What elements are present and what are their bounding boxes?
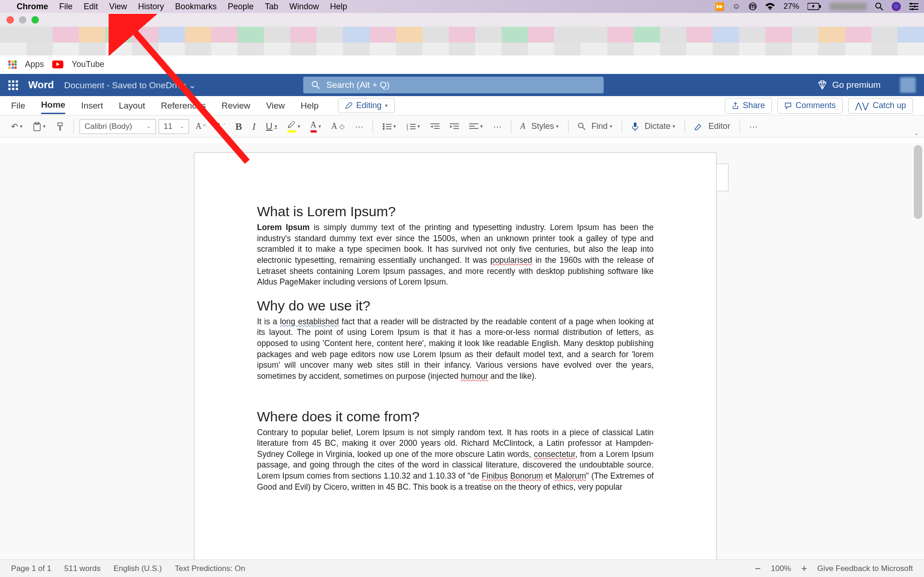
tab-insert[interactable]: Insert xyxy=(81,98,103,114)
zoom-level[interactable]: 100% xyxy=(771,564,791,573)
app-title[interactable]: Word xyxy=(28,79,54,91)
paragraph-2[interactable]: It is a long established fact that a rea… xyxy=(257,316,654,382)
styles-label: Styles xyxy=(532,121,554,131)
grow-font-button[interactable]: A^ xyxy=(192,120,209,133)
underline-button[interactable]: U▾ xyxy=(262,119,281,134)
menu-view[interactable]: View xyxy=(109,2,127,12)
close-window-icon[interactable] xyxy=(6,16,14,24)
account-avatar[interactable] xyxy=(900,77,916,93)
bold-button[interactable]: B xyxy=(232,119,246,134)
page-content[interactable]: What is Lorem Ipsum? Lorem Ipsum is simp… xyxy=(195,153,716,492)
status-page[interactable]: Page 1 of 1 xyxy=(11,564,51,573)
ribbon-collapse-button[interactable]: ⌄ xyxy=(911,128,922,138)
share-button[interactable]: Share xyxy=(725,98,772,114)
menu-window[interactable]: Window xyxy=(289,2,319,12)
search-input[interactable]: Search (Alt + Q) xyxy=(303,77,604,93)
browser-tab-strip[interactable] xyxy=(0,27,924,43)
heading-1[interactable]: What is Lorem Ipsum? xyxy=(257,204,654,219)
vertical-scrollbar[interactable] xyxy=(914,145,922,219)
shield-icon[interactable]: ⓜ xyxy=(749,1,757,12)
catch-up-button[interactable]: ⋀⋁Catch up xyxy=(848,98,913,114)
tab-review[interactable]: Review xyxy=(221,98,250,114)
menu-file[interactable]: File xyxy=(59,2,73,12)
minimize-window-icon[interactable] xyxy=(19,16,26,24)
p3-sq3: Bonorum xyxy=(510,471,543,480)
tab-layout[interactable]: Layout xyxy=(119,98,145,114)
font-size-select[interactable]: 11⌄ xyxy=(159,119,189,134)
editing-mode-button[interactable]: Editing ▾ xyxy=(338,98,395,113)
p2-b: fact that a reader will be distracted by… xyxy=(257,317,654,381)
tab-home[interactable]: Home xyxy=(41,97,66,114)
document-canvas[interactable]: What is Lorem Ipsum? Lorem Ipsum is simp… xyxy=(0,143,924,559)
menu-edit[interactable]: Edit xyxy=(84,2,98,12)
decrease-indent-button[interactable] xyxy=(427,121,443,132)
bullets-button[interactable]: ▾ xyxy=(379,121,400,132)
menu-people[interactable]: People xyxy=(228,2,254,12)
heading-3[interactable]: Where does it come from? xyxy=(257,409,654,425)
feedback-link[interactable]: Give Feedback to Microsoft xyxy=(817,564,913,573)
go-premium-button[interactable]: Go premium xyxy=(817,80,881,90)
paragraph-3[interactable]: Contrary to popular belief, Lorem Ipsum … xyxy=(257,427,654,493)
menu-app[interactable]: Chrome xyxy=(17,2,48,12)
styles-button[interactable]: A Styles▾ xyxy=(517,120,563,133)
word-header: Word Document - Saved to OneDrive ⌄ Sear… xyxy=(0,74,924,96)
increase-indent-button[interactable] xyxy=(446,121,463,132)
tab-help[interactable]: Help xyxy=(300,98,318,114)
menu-tab[interactable]: Tab xyxy=(265,2,278,12)
status-predictions[interactable]: Text Predictions: On xyxy=(175,564,245,573)
control-center-icon[interactable] xyxy=(909,3,918,10)
clear-format-button[interactable]: A◇ xyxy=(328,120,349,133)
p3-sq1: consectetur xyxy=(534,449,575,459)
bookmark-youtube[interactable]: YouTube xyxy=(72,60,104,69)
comments-label: Comments xyxy=(795,101,836,110)
maximize-window-icon[interactable] xyxy=(31,16,39,24)
font-color-button[interactable]: A▾ xyxy=(307,118,325,134)
font-family-select[interactable]: Calibri (Body)⌄ xyxy=(80,119,156,134)
paste-button[interactable]: ▾ xyxy=(29,120,49,133)
highlight-button[interactable]: 🖊▾ xyxy=(284,118,304,134)
next-page-edge xyxy=(717,164,728,191)
editing-label: Editing xyxy=(356,101,381,110)
status-words[interactable]: 511 words xyxy=(64,564,100,573)
shrink-font-button[interactable]: Aˇ xyxy=(212,120,229,133)
tab-view[interactable]: View xyxy=(266,98,285,114)
status-language[interactable]: English (U.S.) xyxy=(113,564,162,573)
dictate-button[interactable]: Dictate▾ xyxy=(628,120,679,133)
menu-bookmarks[interactable]: Bookmarks xyxy=(175,2,217,12)
tab-references[interactable]: References xyxy=(161,98,206,114)
paragraph-1[interactable]: Lorem Ipsum is simply dummy text of the … xyxy=(257,222,654,288)
find-button[interactable]: Find▾ xyxy=(574,120,616,133)
page[interactable]: What is Lorem Ipsum? Lorem Ipsum is simp… xyxy=(194,152,716,559)
italic-button[interactable]: I xyxy=(249,119,259,134)
undo-button[interactable]: ↶▾ xyxy=(7,120,26,134)
fastforward-icon[interactable]: ⏩ xyxy=(715,2,724,12)
menu-help[interactable]: Help xyxy=(330,2,347,12)
siri-icon[interactable] xyxy=(892,2,901,11)
editor-button[interactable]: Editor xyxy=(691,120,734,133)
document-title[interactable]: Document - Saved to OneDrive ⌄ xyxy=(64,80,196,91)
app-launcher-icon[interactable] xyxy=(8,80,18,90)
editor-label: Editor xyxy=(709,121,730,131)
zoom-in-button[interactable]: + xyxy=(801,563,807,575)
font-size-value: 11 xyxy=(164,122,172,131)
face-icon[interactable]: ☺ xyxy=(733,2,740,11)
more-commands-button[interactable]: ⋯ xyxy=(746,120,761,134)
more-font-button[interactable]: ⋯ xyxy=(351,120,367,134)
outdent-icon xyxy=(430,123,440,130)
heading-2[interactable]: Why do we use it? xyxy=(257,298,654,314)
comments-button[interactable]: Comments xyxy=(777,98,843,114)
zoom-out-button[interactable]: − xyxy=(755,563,761,575)
numbering-button[interactable]: 123▾ xyxy=(403,121,424,132)
format-painter-button[interactable] xyxy=(52,120,68,133)
tab-file[interactable]: File xyxy=(11,98,25,114)
youtube-icon[interactable] xyxy=(52,61,63,68)
battery-icon[interactable] xyxy=(808,3,821,10)
wifi-icon[interactable] xyxy=(765,3,775,10)
align-button[interactable]: ▾ xyxy=(465,121,487,132)
apps-grid-icon[interactable] xyxy=(8,61,17,69)
browser-url-bar[interactable] xyxy=(0,43,924,55)
search-icon[interactable] xyxy=(875,2,883,11)
menu-history[interactable]: History xyxy=(138,2,164,12)
bookmark-apps[interactable]: Apps xyxy=(25,60,44,69)
more-para-button[interactable]: ⋯ xyxy=(490,120,505,134)
